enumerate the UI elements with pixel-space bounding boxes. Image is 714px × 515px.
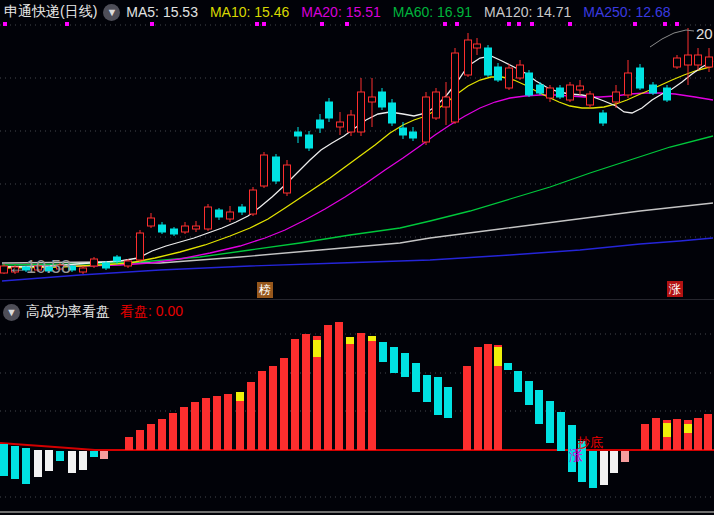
candle-body bbox=[567, 85, 574, 100]
candle-body bbox=[216, 210, 223, 217]
indicator-header: ▼ 高成功率看盘 看盘: 0.00 bbox=[3, 303, 183, 321]
indicator-metric-label: 看盘: bbox=[120, 303, 152, 319]
indicator-bar bbox=[401, 353, 409, 377]
candle-body bbox=[337, 122, 344, 127]
candle-body bbox=[485, 48, 492, 75]
symbol-title: 申通快递(日线) bbox=[4, 3, 97, 21]
indicator-bar bbox=[100, 451, 108, 459]
indicator-bar bbox=[147, 424, 155, 450]
indicator-bar bbox=[45, 450, 53, 471]
rank-badge-button[interactable]: 榜 bbox=[257, 282, 273, 298]
candle-body bbox=[137, 233, 144, 260]
indicator-bar bbox=[368, 336, 376, 450]
indicator-bar bbox=[11, 446, 19, 479]
candle-body bbox=[577, 86, 584, 90]
indicator-bar-yellow-segment bbox=[494, 347, 502, 366]
indicator-bar bbox=[589, 451, 597, 488]
low-price-tag: ←10.58 bbox=[8, 257, 71, 278]
high-price-tag: 20 bbox=[696, 25, 713, 42]
candlestick-chart[interactable] bbox=[0, 0, 714, 300]
chevron-down-icon[interactable]: ▼ bbox=[3, 304, 20, 321]
signal-dot bbox=[320, 22, 324, 26]
candle-body bbox=[91, 259, 98, 266]
candle-body bbox=[695, 55, 702, 65]
indicator-bar bbox=[291, 339, 299, 450]
ma-legend-item: MA60: 16.91 bbox=[393, 4, 472, 20]
candle-body bbox=[205, 207, 212, 229]
indicator-bar bbox=[390, 347, 398, 373]
candle-body bbox=[250, 190, 257, 214]
signal-dot bbox=[150, 22, 154, 26]
ma-line-ma60 bbox=[2, 136, 713, 265]
candle-body bbox=[358, 92, 365, 132]
indicator-bar bbox=[56, 451, 64, 461]
candle-body bbox=[261, 155, 268, 186]
signal-dot bbox=[255, 22, 259, 26]
ma-legend-item: MA120: 14.71 bbox=[484, 4, 571, 20]
indicator-chart[interactable] bbox=[0, 322, 714, 515]
indicator-bar bbox=[474, 347, 482, 450]
ma-legend-item: MA250: 12.68 bbox=[583, 4, 670, 20]
indicator-bar bbox=[158, 419, 166, 450]
indicator-title: 高成功率看盘 bbox=[26, 303, 110, 321]
signal-dot bbox=[262, 22, 266, 26]
candle-body bbox=[125, 261, 132, 266]
candle-body bbox=[148, 218, 155, 226]
rise-badge-button[interactable]: 涨 bbox=[667, 281, 683, 297]
indicator-bar bbox=[504, 363, 512, 370]
candle-body bbox=[306, 135, 313, 148]
indicator-bar bbox=[357, 333, 365, 450]
candle-body bbox=[433, 92, 440, 118]
indicator-bar bbox=[444, 387, 452, 418]
candle-body bbox=[317, 120, 324, 128]
candle-body bbox=[80, 268, 87, 272]
signal-dot bbox=[517, 22, 521, 26]
indicator-bar bbox=[269, 366, 277, 450]
signal-dot bbox=[675, 22, 679, 26]
indicator-bar bbox=[125, 437, 133, 450]
indicator-bar bbox=[34, 450, 42, 477]
candle-body bbox=[613, 92, 620, 102]
chart-header: 申通快递(日线) ▼ MA5: 15.53MA10: 15.46MA20: 15… bbox=[4, 3, 682, 21]
chevron-down-icon[interactable]: ▼ bbox=[103, 4, 120, 21]
indicator-bar bbox=[546, 401, 554, 443]
candle-body bbox=[171, 229, 178, 234]
candle-body bbox=[239, 207, 246, 212]
candle-body bbox=[103, 263, 110, 268]
indicator-bar bbox=[191, 402, 199, 450]
indicator-bar bbox=[224, 394, 232, 450]
indicator-bar bbox=[379, 342, 387, 362]
indicator-bar bbox=[673, 419, 681, 450]
signal-dot bbox=[455, 22, 459, 26]
indicator-bar bbox=[484, 344, 492, 450]
ma-legend-item: MA5: 15.53 bbox=[126, 4, 198, 20]
candle-body bbox=[400, 128, 407, 135]
candle-body bbox=[369, 97, 376, 102]
indicator-bar bbox=[68, 451, 76, 473]
indicator-bar-yellow-segment bbox=[313, 340, 321, 357]
candle-body bbox=[495, 67, 502, 80]
ma-legend-item: MA10: 15.46 bbox=[210, 4, 289, 20]
candle-body bbox=[625, 73, 632, 95]
indicator-bar bbox=[90, 451, 98, 457]
candle-body bbox=[506, 68, 513, 88]
candle-body bbox=[348, 115, 355, 132]
indicator-bar bbox=[600, 451, 608, 485]
candle-body bbox=[159, 225, 166, 232]
candle-body bbox=[273, 157, 280, 181]
candle-body bbox=[674, 58, 681, 67]
candle-body bbox=[650, 85, 657, 93]
indicator-bar bbox=[463, 366, 471, 450]
indicator-bar bbox=[335, 322, 343, 450]
candle-body bbox=[423, 97, 430, 142]
candle-body bbox=[284, 165, 291, 193]
candle-body bbox=[1, 266, 8, 273]
indicator-bar bbox=[0, 444, 8, 476]
indicator-bar bbox=[324, 325, 332, 450]
candle-body bbox=[537, 85, 544, 93]
indicator-bar bbox=[258, 371, 266, 450]
panel-divider bbox=[0, 299, 714, 300]
indicator-bar-yellow-segment bbox=[368, 336, 376, 341]
candle-body bbox=[637, 68, 644, 88]
indicator-bar bbox=[514, 371, 522, 392]
